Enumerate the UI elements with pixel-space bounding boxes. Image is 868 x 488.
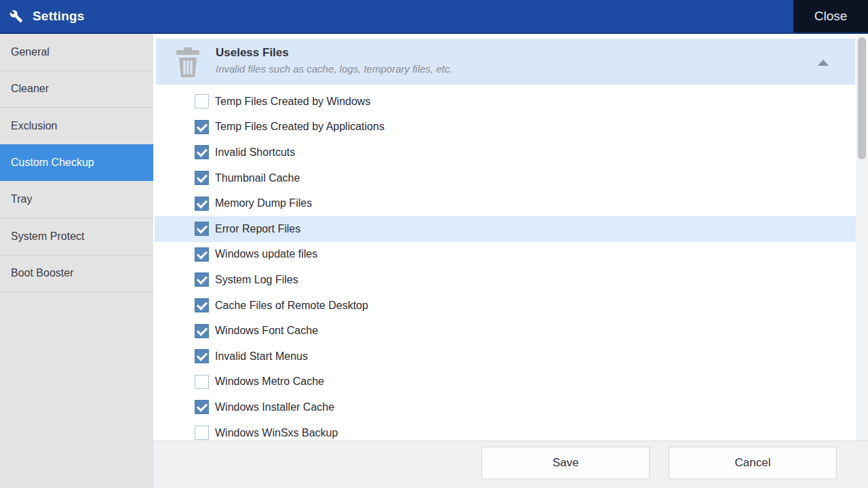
sidebar-item-exclusion[interactable]: Exclusion (0, 108, 153, 145)
checkbox[interactable] (195, 145, 209, 159)
trash-icon (175, 47, 201, 80)
sidebar-item-boot-booster[interactable]: Boot Booster (0, 256, 153, 293)
checklist-row-invalid-start-menus[interactable]: Invalid Start Menus (155, 344, 856, 369)
sidebar-item-general[interactable]: General (0, 34, 153, 71)
sidebar: General Cleaner Exclusion Custom Checkup… (0, 34, 153, 488)
checklist-row-system-log-files[interactable]: System Log Files (155, 267, 856, 293)
page-title: Settings (33, 9, 85, 24)
checklist-row-cache-files-of-remote-desktop[interactable]: Cache Files of Remote Desktop (155, 293, 856, 319)
checklist-row-label: Thumbnail Cache (215, 172, 300, 184)
app-brand: Settings (0, 9, 85, 24)
checkbox[interactable] (195, 426, 209, 440)
checklist-row-windows-installer-cache[interactable]: Windows Installer Cache (155, 394, 856, 420)
checklist-row-windows-winsxs-backup[interactable]: Windows WinSxs Backup (155, 420, 856, 440)
checkbox[interactable] (195, 298, 209, 312)
checklist-row-thumbnail-cache[interactable]: Thumbnail Cache (155, 165, 856, 191)
title-bar: Settings Close (0, 0, 868, 34)
checklist-row-error-report-files[interactable]: Error Report Files (155, 216, 856, 242)
checklist-row-temp-files-created-by-applications[interactable]: Temp Files Created by Applications (155, 115, 856, 140)
checkbox[interactable] (195, 349, 209, 363)
checkbox[interactable] (195, 197, 209, 211)
checklist-row-windows-update-files[interactable]: Windows update files (155, 242, 856, 268)
wrench-icon (9, 9, 23, 23)
close-button[interactable]: Close (793, 0, 868, 33)
checkbox[interactable] (195, 222, 209, 236)
checkbox[interactable] (195, 324, 209, 338)
useless-files-checklist: Temp Files Created by Windows Temp Files… (155, 86, 856, 440)
checklist-row-label: Temp Files Created by Windows (215, 96, 370, 108)
scrollbar-track[interactable] (856, 34, 868, 441)
checkbox[interactable] (195, 94, 209, 108)
checklist-row-label: Memory Dump Files (215, 197, 312, 209)
scrollbar-thumb[interactable] (858, 37, 866, 159)
sidebar-item-label: Custom Checkup (11, 157, 94, 169)
save-button[interactable]: Save (481, 447, 650, 479)
sidebar-item-system-protect[interactable]: System Protect (0, 218, 153, 256)
sidebar-item-custom-checkup[interactable]: Custom Checkup (0, 144, 153, 182)
sidebar-item-label: System Protect (11, 230, 84, 243)
section-header-useless-files[interactable]: Useless Files Invalid files such as cach… (156, 39, 855, 85)
checklist-row-label: Invalid Start Menus (215, 350, 308, 363)
sidebar-item-label: Exclusion (11, 120, 57, 132)
sidebar-item-label: General (11, 46, 50, 58)
checklist-row-windows-font-cache[interactable]: Windows Font Cache (155, 318, 856, 344)
checklist-row-windows-metro-cache[interactable]: Windows Metro Cache (155, 369, 856, 395)
checklist-row-label: Invalid Shortcuts (215, 146, 295, 159)
footer-bar: Save Cancel (153, 441, 868, 488)
checklist-row-label: Windows Installer Cache (215, 401, 334, 413)
checklist-row-label: System Log Files (215, 274, 298, 286)
section-title: Useless Files (216, 46, 289, 60)
checklist-row-label: Windows update files (215, 248, 317, 260)
checklist-row-memory-dump-files[interactable]: Memory Dump Files (155, 190, 856, 216)
checkbox[interactable] (195, 171, 209, 185)
sidebar-item-label: Boot Booster (11, 267, 74, 279)
checklist-row-label: Temp Files Created by Applications (215, 121, 384, 133)
checklist-row-label: Windows WinSxs Backup (215, 427, 338, 439)
checklist-row-label: Windows Font Cache (215, 325, 318, 337)
chevron-up-icon[interactable] (818, 60, 829, 66)
sidebar-item-cleaner[interactable]: Cleaner (0, 71, 153, 108)
checkbox[interactable] (195, 120, 209, 134)
checkbox[interactable] (195, 375, 209, 389)
sidebar-item-tray[interactable]: Tray (0, 181, 153, 218)
sidebar-item-label: Cleaner (11, 83, 49, 95)
checkbox[interactable] (195, 272, 209, 287)
checklist-row-label: Cache Files of Remote Desktop (215, 300, 368, 312)
cancel-button[interactable]: Cancel (669, 447, 837, 479)
checklist-row-label: Error Report Files (215, 223, 300, 235)
section-subtitle: Invalid files such as cache, logs, tempo… (216, 63, 452, 75)
checkbox[interactable] (195, 247, 209, 262)
checkbox[interactable] (195, 400, 209, 414)
checklist-row-invalid-shortcuts[interactable]: Invalid Shortcuts (155, 140, 856, 165)
checklist-row-label: Windows Metro Cache (215, 375, 324, 388)
sidebar-item-label: Tray (11, 193, 32, 205)
checklist-row-temp-files-created-by-windows[interactable]: Temp Files Created by Windows (155, 89, 856, 115)
